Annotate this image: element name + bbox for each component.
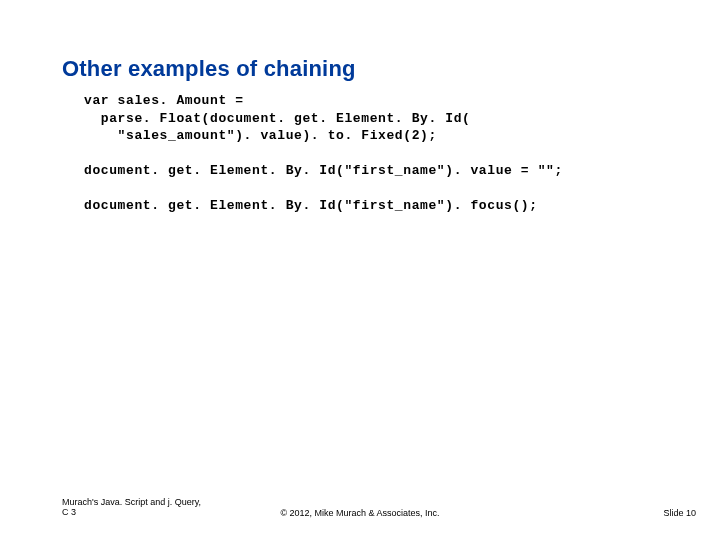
footer-slide-number: Slide 10 [663, 508, 696, 518]
footer-copyright: © 2012, Mike Murach & Associates, Inc. [0, 508, 720, 518]
slide: Other examples of chaining var sales. Am… [0, 0, 720, 540]
code-example: var sales. Amount = parse. Float(documen… [84, 92, 563, 215]
footer: Murach's Java. Script and j. Query, C 3 … [0, 498, 720, 518]
footer-book-title: Murach's Java. Script and j. Query, [62, 498, 201, 508]
slide-title: Other examples of chaining [62, 56, 356, 82]
